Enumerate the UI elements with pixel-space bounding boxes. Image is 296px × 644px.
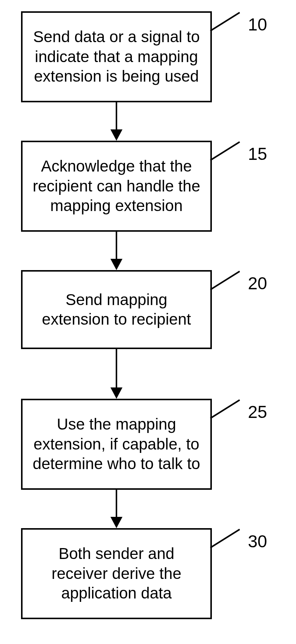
leader-20 <box>210 271 240 290</box>
arrow-10-15-head <box>110 129 122 141</box>
arrow-15-20-shaft <box>116 232 117 259</box>
step-20-label: 20 <box>248 275 267 292</box>
step-10-label: 10 <box>248 16 267 33</box>
arrow-10-15-shaft <box>116 102 117 129</box>
flowchart: Send data or a signal to indicate that a… <box>0 0 296 644</box>
leader-25 <box>210 399 240 419</box>
step-20-box: Send mapping extension to recipient <box>21 270 212 349</box>
arrow-20-25-shaft <box>116 349 117 387</box>
step-30-box: Both sender and receiver derive the appl… <box>21 528 212 619</box>
step-25-box: Use the mapping extension, if capable, t… <box>21 399 212 490</box>
step-20-text: Send mapping extension to recipient <box>32 290 201 330</box>
leader-15 <box>210 141 240 161</box>
step-15-label: 15 <box>248 145 267 163</box>
arrow-25-30-head <box>110 517 122 528</box>
step-15-text: Acknowledge that the recipient can handl… <box>32 156 201 216</box>
step-10-text: Send data or a signal to indicate that a… <box>32 27 201 87</box>
step-10-box: Send data or a signal to indicate that a… <box>21 11 212 102</box>
step-25-text: Use the mapping extension, if capable, t… <box>32 415 201 474</box>
step-25-label: 25 <box>248 403 267 421</box>
leader-30 <box>210 529 240 548</box>
step-30-label: 30 <box>248 533 267 550</box>
arrow-15-20-head <box>110 259 122 270</box>
step-30-text: Both sender and receiver derive the appl… <box>32 544 201 603</box>
leader-10 <box>210 12 240 32</box>
arrow-20-25-head <box>110 387 122 399</box>
step-15-box: Acknowledge that the recipient can handl… <box>21 141 212 232</box>
arrow-25-30-shaft <box>116 490 117 517</box>
